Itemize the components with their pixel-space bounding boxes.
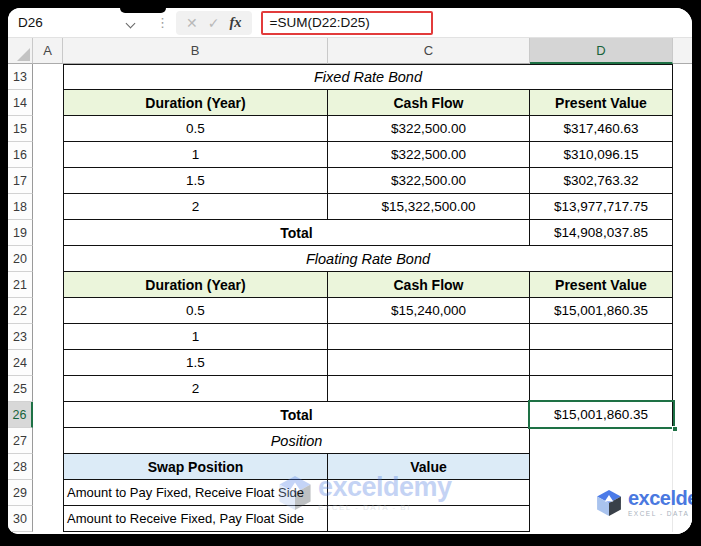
cell-B13[interactable]: Fixed Rate Bond [63,64,673,90]
cell-D22[interactable]: $15,001,860.35 [530,298,673,324]
cell-D18[interactable]: $13,977,717.75 [530,194,673,220]
grid-filler [673,194,692,220]
cell-B22[interactable]: 0.5 [63,298,328,324]
row-header-21[interactable]: 21 [8,272,33,298]
cell-A25[interactable] [33,376,63,402]
cell-D28[interactable] [530,454,673,480]
cell-A22[interactable] [33,298,63,324]
watermark-center: exceldemy EXCEL - DATA - BI [278,474,452,512]
cell-D19[interactable]: $14,908,037.85 [530,220,673,246]
cell-A30[interactable] [33,506,63,532]
row-header-28[interactable]: 28 [8,454,33,480]
row-header-26[interactable]: 26 [8,402,33,428]
cell-D17[interactable]: $302,763.32 [530,168,673,194]
row-header-16[interactable]: 16 [8,142,33,168]
select-all-triangle-icon [17,48,30,61]
cancel-icon[interactable]: ✕ [186,15,198,31]
cell-C25[interactable] [328,376,530,402]
grid-filler [673,246,692,272]
cell-A29[interactable] [33,480,63,506]
cell-D24[interactable] [530,350,673,376]
column-header-B[interactable]: B [63,38,328,64]
watermark-brand: exceldemy [628,488,692,508]
row-header-30[interactable]: 30 [8,506,33,532]
cell-C23[interactable] [328,324,530,350]
chevron-down-icon[interactable] [126,18,136,28]
cell-B15[interactable]: 0.5 [63,116,328,142]
cell-A24[interactable] [33,350,63,376]
cell-D27[interactable] [530,428,673,454]
select-all-corner[interactable] [8,38,33,64]
watermark-brand: exceldemy [318,474,452,501]
grid-filler [673,64,692,90]
row-header-18[interactable]: 18 [8,194,33,220]
column-header-A[interactable]: A [33,38,63,64]
drag-handle-dots-icon[interactable]: ⋮ [148,15,174,30]
row-header-27[interactable]: 27 [8,428,33,454]
row-header-13[interactable]: 13 [8,64,33,90]
cell-B19[interactable]: Total [63,220,530,246]
row-header-17[interactable]: 17 [8,168,33,194]
row-header-15[interactable]: 15 [8,116,33,142]
cell-C18[interactable]: $15,322,500.00 [328,194,530,220]
column-header-C[interactable]: C [328,38,530,64]
grid-filler [673,220,692,246]
cell-B26[interactable]: Total [63,402,530,428]
row-header-24[interactable]: 24 [8,350,33,376]
cell-A15[interactable] [33,116,63,142]
cell-A28[interactable] [33,454,63,480]
cell-D23[interactable] [530,324,673,350]
cell-C21[interactable]: Cash Flow [328,272,530,298]
cell-A18[interactable] [33,194,63,220]
cell-B23[interactable]: 1 [63,324,328,350]
cell-A17[interactable] [33,168,63,194]
cell-B21[interactable]: Duration (Year) [63,272,328,298]
sheet-grid: 13Fixed Rate Bond14Duration (Year)Cash F… [8,64,692,532]
cell-B17[interactable]: 1.5 [63,168,328,194]
cell-B27[interactable]: Position [63,428,530,454]
cell-C16[interactable]: $322,500.00 [328,142,530,168]
formula-buttons-group: ✕ ✓ fx [176,11,252,35]
cell-A14[interactable] [33,90,63,116]
cell-A21[interactable] [33,272,63,298]
cell-B20[interactable]: Floating Rate Bond [63,246,673,272]
cell-A16[interactable] [33,142,63,168]
cell-D21[interactable]: Present Value [530,272,673,298]
commit-icon[interactable]: ✓ [208,15,220,31]
cell-B18[interactable]: 2 [63,194,328,220]
cell-C24[interactable] [328,350,530,376]
formula-bar: D26 ⋮ ✕ ✓ fx =SUM(D22:D25) [8,8,692,38]
cell-B14[interactable]: Duration (Year) [63,90,328,116]
grid-filler [673,116,692,142]
cell-A27[interactable] [33,428,63,454]
cell-D14[interactable]: Present Value [530,90,673,116]
cell-B25[interactable]: 2 [63,376,328,402]
cell-A26[interactable] [33,402,63,428]
cell-C17[interactable]: $322,500.00 [328,168,530,194]
cell-B24[interactable]: 1.5 [63,350,328,376]
cell-C15[interactable]: $322,500.00 [328,116,530,142]
cell-C22[interactable]: $15,240,000 [328,298,530,324]
watermark-tagline: EXCEL - DATA - BI [318,504,452,512]
row-header-20[interactable]: 20 [8,246,33,272]
cell-A23[interactable] [33,324,63,350]
cell-D25[interactable] [530,376,673,402]
cell-A13[interactable] [33,64,63,90]
cell-A19[interactable] [33,220,63,246]
row-header-22[interactable]: 22 [8,298,33,324]
row-header-19[interactable]: 19 [8,220,33,246]
cell-B16[interactable]: 1 [63,142,328,168]
cell-C14[interactable]: Cash Flow [328,90,530,116]
row-header-14[interactable]: 14 [8,90,33,116]
cell-A20[interactable] [33,246,63,272]
name-box[interactable]: D26 [8,10,148,36]
column-header-D[interactable]: D [530,38,673,64]
row-header-23[interactable]: 23 [8,324,33,350]
cell-D16[interactable]: $310,096.15 [530,142,673,168]
formula-input[interactable]: =SUM(D22:D25) [261,11,433,35]
cell-D26[interactable]: $15,001,860.35 [530,402,673,428]
insert-function-icon[interactable]: fx [229,14,241,31]
row-header-25[interactable]: 25 [8,376,33,402]
row-header-29[interactable]: 29 [8,480,33,506]
cell-D15[interactable]: $317,460.63 [530,116,673,142]
